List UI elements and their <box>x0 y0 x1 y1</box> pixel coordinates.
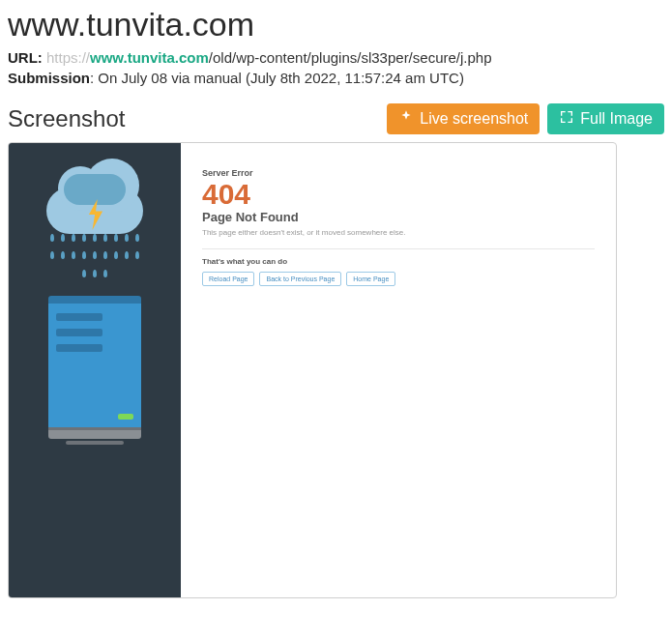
url-line: URL: https://www.tunvita.com/old/wp-cont… <box>8 49 664 66</box>
reload-page-button[interactable]: Reload Page <box>202 272 254 286</box>
url-host: www.tunvita.com <box>90 49 209 66</box>
can-do-label: That's what you can do <box>202 257 595 266</box>
url-path: /old/wp-content/plugins/sl33per/secure/j… <box>209 49 492 66</box>
expand-icon <box>559 109 574 129</box>
screenshot-preview[interactable]: Server Error 404 Page Not Found This pag… <box>8 142 617 598</box>
home-page-button[interactable]: Home Page <box>346 272 395 286</box>
submission-label: Submission <box>8 70 90 86</box>
back-button[interactable]: Back to Previous Page <box>259 272 341 286</box>
live-screenshot-label: Live screenshot <box>420 110 528 128</box>
error-description: This page either doesn't exist, or it mo… <box>202 228 595 237</box>
live-screenshot-button[interactable]: Live screenshot <box>387 103 540 134</box>
url-protocol: https:// <box>46 49 90 66</box>
page-not-found-label: Page Not Found <box>202 210 595 224</box>
server-error-label: Server Error <box>202 168 595 178</box>
screenshot-content: Server Error 404 Page Not Found This pag… <box>181 143 616 597</box>
section-heading: Screenshot <box>8 105 125 132</box>
submission-text: : On July 08 via manual (July 8th 2022, … <box>90 70 464 86</box>
page-title: www.tunvita.com <box>8 6 664 44</box>
url-label: URL: <box>8 49 43 66</box>
full-image-button[interactable]: Full Image <box>547 103 664 134</box>
error-code: 404 <box>202 178 595 210</box>
storm-cloud-icon <box>37 170 153 286</box>
rain-icon <box>48 234 141 282</box>
server-icon <box>48 296 141 445</box>
lightning-icon <box>85 199 106 230</box>
screenshot-sidebar <box>9 143 181 597</box>
submission-line: Submission: On July 08 via manual (July … <box>8 70 664 86</box>
sparkle-icon <box>398 109 414 129</box>
divider <box>202 248 595 249</box>
full-image-label: Full Image <box>580 110 653 128</box>
